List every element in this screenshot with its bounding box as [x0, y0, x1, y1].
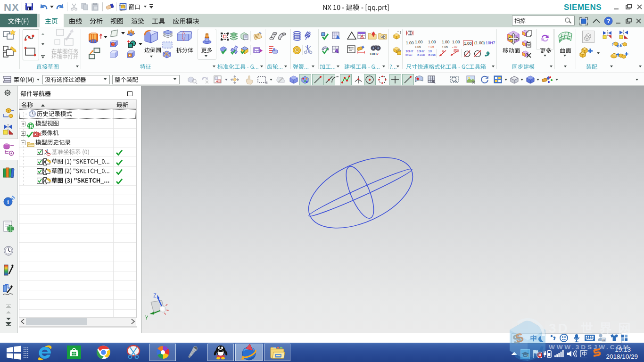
- svg-text:R(o): R(o): [454, 49, 459, 52]
- svg-text:?: ?: [607, 18, 611, 25]
- svg-text:i: i: [7, 198, 9, 206]
- svg-text:R: R: [442, 50, 444, 53]
